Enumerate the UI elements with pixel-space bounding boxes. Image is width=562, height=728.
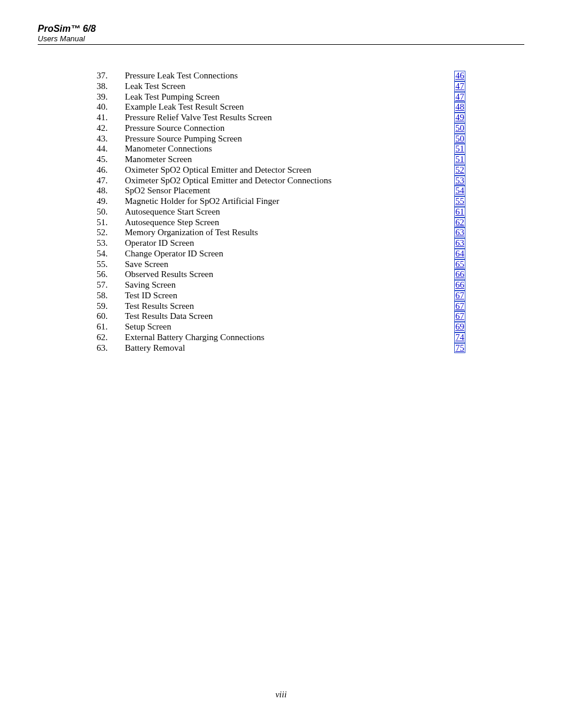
header-subtitle: Users Manual — [38, 34, 524, 43]
toc-page-link[interactable]: 62 — [454, 218, 465, 228]
toc-page-link[interactable]: 65 — [454, 259, 465, 270]
toc-row: 42.Pressure Source Connection50 — [97, 123, 465, 134]
toc-entry-title: Setup Screen — [125, 322, 171, 332]
toc-page-link[interactable]: 74 — [454, 332, 465, 343]
toc-entry-number: 56. — [97, 269, 125, 280]
toc-page-link[interactable]: 64 — [454, 249, 465, 259]
toc-page-link[interactable]: 47 — [454, 81, 465, 92]
toc-entry-number: 54. — [97, 249, 125, 259]
toc-row: 44.Manometer Connections51 — [97, 144, 465, 154]
toc-entry-page: 64 — [454, 249, 465, 259]
toc-entry-number: 60. — [97, 311, 125, 322]
toc-entry-number: 46. — [97, 165, 125, 176]
toc-entry-title: Pressure Relief Valve Test Results Scree… — [125, 113, 272, 123]
toc-row: 46.Oximeter SpO2 Optical Emitter and Det… — [97, 165, 465, 176]
toc-entry-page: 48 — [454, 102, 465, 113]
toc-entry-title: Test Results Screen — [125, 301, 194, 312]
header-title: ProSim™ 6/8 — [38, 24, 524, 34]
toc-page-link[interactable]: 48 — [454, 102, 465, 113]
toc-entry-number: 49. — [97, 196, 125, 207]
toc-entry-page: 50 — [454, 123, 465, 134]
toc-entry-number: 52. — [97, 228, 125, 238]
toc-page-link[interactable]: 63 — [454, 238, 465, 249]
toc-page-link[interactable]: 46 — [454, 71, 465, 81]
toc-entry-title: Observed Results Screen — [125, 269, 213, 280]
toc-entry-title: Leak Test Screen — [125, 81, 186, 92]
toc-row: 40.Example Leak Test Result Screen48 — [97, 102, 465, 113]
toc-page-link[interactable]: 69 — [454, 322, 465, 332]
toc-entry-title: Test ID Screen — [125, 291, 177, 301]
toc-entry-page: 65 — [454, 259, 465, 270]
toc-page-link[interactable]: 66 — [454, 269, 465, 280]
toc-entry-number: 45. — [97, 154, 125, 165]
toc-page-link[interactable]: 51 — [454, 154, 465, 165]
toc-entry-number: 38. — [97, 81, 125, 92]
toc-page-link[interactable]: 51 — [454, 144, 465, 154]
toc-page-link[interactable]: 61 — [454, 207, 465, 218]
toc-entry-page: 67 — [454, 301, 465, 312]
toc-entry-title: Pressure Source Pumping Screen — [125, 134, 242, 144]
toc-row: 48.SpO2 Sensor Placement54 — [97, 186, 465, 196]
toc-entry-page: 69 — [454, 322, 465, 332]
page-number: viii — [0, 690, 562, 700]
toc-entry-title: Pressure Leak Test Connections — [125, 71, 238, 81]
toc-entry-title: Example Leak Test Result Screen — [125, 102, 244, 113]
toc-entry-title: Change Operator ID Screen — [125, 249, 223, 259]
toc-row: 53.Operator ID Screen63 — [97, 238, 465, 249]
toc-row: 39.Leak Test Pumping Screen47 — [97, 92, 465, 103]
toc-page-link[interactable]: 47 — [454, 92, 465, 103]
toc-entry-page: 67 — [454, 291, 465, 301]
toc-entry-number: 44. — [97, 144, 125, 154]
toc-entry-page: 51 — [454, 144, 465, 154]
toc-page-link[interactable]: 50 — [454, 123, 465, 134]
toc-entry-title: Battery Removal — [125, 343, 185, 354]
page-header: ProSim™ 6/8 Users Manual — [38, 24, 524, 45]
table-of-contents: 37.Pressure Leak Test Connections4638.Le… — [38, 71, 524, 353]
toc-page-link[interactable]: 66 — [454, 280, 465, 291]
toc-row: 51.Autosequence Step Screen62 — [97, 218, 465, 228]
toc-entry-number: 57. — [97, 280, 125, 291]
toc-page-link[interactable]: 52 — [454, 165, 465, 176]
toc-page-link[interactable]: 67 — [454, 301, 465, 312]
toc-row: 52.Memory Organization of Test Results63 — [97, 228, 465, 238]
toc-entry-title: Memory Organization of Test Results — [125, 228, 258, 238]
toc-entry-number: 47. — [97, 176, 125, 186]
toc-page-link[interactable]: 50 — [454, 134, 465, 144]
toc-entry-page: 52 — [454, 165, 465, 176]
toc-entry-title: Save Screen — [125, 259, 168, 270]
toc-entry-number: 40. — [97, 102, 125, 113]
toc-page-link[interactable]: 49 — [454, 113, 465, 123]
toc-entry-number: 55. — [97, 259, 125, 270]
toc-page-link[interactable]: 67 — [454, 291, 465, 301]
toc-row: 63.Battery Removal75 — [97, 343, 465, 354]
toc-entry-title: Autosequence Step Screen — [125, 218, 219, 228]
toc-row: 60.Test Results Data Screen67 — [97, 311, 465, 322]
toc-entry-number: 62. — [97, 332, 125, 343]
toc-entry-number: 41. — [97, 113, 125, 123]
toc-page-link[interactable]: 53 — [454, 176, 465, 186]
toc-row: 62.External Battery Charging Connections… — [97, 332, 465, 343]
toc-entry-page: 46 — [454, 71, 465, 81]
toc-entry-page: 66 — [454, 280, 465, 291]
toc-entry-number: 42. — [97, 123, 125, 134]
toc-page-link[interactable]: 55 — [454, 196, 465, 207]
toc-entry-title: Saving Screen — [125, 280, 176, 291]
toc-entry-page: 74 — [454, 332, 465, 343]
toc-entry-number: 58. — [97, 291, 125, 301]
toc-entry-title: SpO2 Sensor Placement — [125, 186, 210, 196]
toc-entry-number: 59. — [97, 301, 125, 312]
toc-entry-number: 51. — [97, 218, 125, 228]
toc-entry-title: Leak Test Pumping Screen — [125, 92, 220, 103]
toc-page-link[interactable]: 75 — [454, 343, 465, 354]
toc-row: 38.Leak Test Screen47 — [97, 81, 465, 92]
toc-page-link[interactable]: 54 — [454, 186, 465, 196]
toc-page-link[interactable]: 63 — [454, 228, 465, 238]
toc-row: 47.Oximeter SpO2 Optical Emitter and Det… — [97, 176, 465, 186]
toc-row: 55.Save Screen65 — [97, 259, 465, 270]
toc-row: 56.Observed Results Screen66 — [97, 269, 465, 280]
toc-entry-title: Autosequence Start Screen — [125, 207, 220, 218]
toc-entry-title: External Battery Charging Connections — [125, 332, 265, 343]
toc-entry-page: 53 — [454, 176, 465, 186]
toc-page-link[interactable]: 67 — [454, 311, 465, 322]
toc-entry-number: 39. — [97, 92, 125, 103]
